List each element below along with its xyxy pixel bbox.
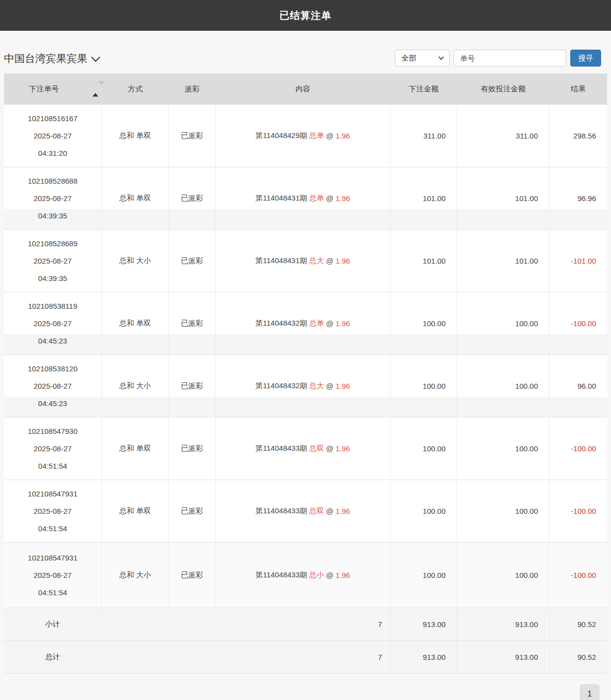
pagination: 1 [0, 684, 611, 700]
bet-content: 第114048433期 总小 @ 1.96 [216, 543, 390, 608]
valid-bet-amount: 100.00 [457, 292, 549, 354]
subtotal-result: 90.52 [549, 608, 607, 640]
bet-order-cell: 102108516167 2025-08-27 04:31:20 [4, 105, 102, 167]
search-controls: 全部 搜寻 [395, 50, 601, 67]
odds-value: 1.96 [336, 132, 350, 140]
filter-select[interactable]: 全部 [395, 50, 450, 67]
bet-order-number: 102108538120 [28, 363, 77, 374]
bet-amount: 311.00 [390, 105, 457, 167]
odds-value: 1.96 [336, 194, 350, 203]
odds-separator: @ [326, 257, 333, 265]
bet-order-number: 102108547930 [28, 426, 77, 436]
bet-type: 总双 [309, 444, 324, 453]
bet-result: -100.00 [549, 480, 607, 542]
bet-order-number: 102108528688 [28, 176, 77, 186]
table-row: 102108528689 2025-08-27 04:39:35 总和 大小 已… [4, 229, 607, 292]
table-row: 102108538119 2025-08-27 04:45:23 总和 单双 已… [4, 292, 607, 354]
odds-separator: @ [326, 507, 333, 515]
odds-value: 1.96 [336, 257, 350, 265]
draw-period: 第114048429期 [255, 131, 307, 140]
bet-type: 总双 [309, 506, 324, 516]
bet-content: 第114048431期 总大 @ 1.96 [216, 230, 390, 292]
bet-order-cell: 102108538119 2025-08-27 04:45:23 [4, 292, 102, 354]
header-result: 结果 [549, 73, 607, 104]
bet-type: 总单 [309, 194, 324, 203]
sort-desc-icon [98, 81, 104, 93]
bet-amount: 101.00 [390, 167, 457, 229]
bet-time: 04:45:23 [38, 336, 67, 346]
sort-asc-icon [92, 85, 98, 97]
bet-method: 总和 大小 [102, 355, 169, 417]
bet-order-number: 102108516167 [28, 113, 77, 124]
subtotal-label: 小计 [4, 608, 102, 640]
subtotal-count: 7 [102, 608, 390, 640]
table-row: 102108538120 2025-08-27 04:45:23 总和 大小 已… [4, 354, 607, 417]
draw-period: 第114048432期 [255, 381, 307, 391]
bet-amount: 100.00 [390, 355, 457, 417]
page-button-1[interactable]: 1 [580, 684, 600, 700]
payout-status: 已派彩 [169, 105, 216, 167]
draw-period: 第114048432期 [255, 319, 307, 328]
total-label: 总计 [4, 641, 102, 673]
valid-bet-amount: 100.00 [457, 480, 549, 542]
subtotal-bet-amount: 913.00 [390, 608, 457, 640]
table-row: 102108528688 2025-08-27 04:39:35 总和 单双 已… [4, 167, 607, 229]
bet-date: 2025-08-27 [34, 256, 72, 266]
toolbar: 中国台湾宾果宾果 全部 搜寻 [0, 31, 611, 73]
bet-time: 04:51:54 [38, 587, 67, 598]
bet-method: 总和 大小 [102, 230, 169, 292]
odds-value: 1.96 [336, 382, 350, 390]
page: 已结算注单 中国台湾宾果宾果 全部 搜寻 下注单号 方式 [0, 0, 611, 700]
bet-result: -100.00 [549, 418, 607, 480]
subtotal-valid-amount: 913.00 [457, 608, 549, 640]
subtotal-row: 小计 7 913.00 913.00 90.52 [4, 608, 607, 640]
bet-content: 第114048432期 总单 @ 1.96 [216, 292, 390, 354]
odds-separator: @ [326, 444, 333, 453]
bet-amount: 100.00 [390, 418, 457, 480]
bet-order-cell: 102108528688 2025-08-27 04:39:35 [4, 167, 102, 229]
odds-value: 1.96 [336, 319, 350, 328]
bet-order-cell: 102108547931 2025-08-27 04:51:54 [4, 480, 102, 542]
payout-status: 已派彩 [169, 418, 216, 480]
bet-result: -100.00 [549, 292, 607, 354]
table-body: 102108516167 2025-08-27 04:31:20 总和 单双 已… [4, 104, 607, 608]
draw-period: 第114048433期 [255, 506, 307, 516]
bet-order-cell: 102108538120 2025-08-27 04:45:23 [4, 355, 102, 417]
odds-value: 1.96 [336, 444, 350, 453]
bet-time: 04:51:54 [38, 461, 67, 471]
bet-order-number: 102108547931 [28, 489, 77, 499]
bet-type: 总大 [309, 256, 324, 266]
bet-order-number: 102108547931 [28, 553, 77, 563]
game-selector[interactable]: 中国台湾宾果宾果 [4, 52, 99, 67]
valid-bet-amount: 101.00 [457, 167, 549, 229]
odds-separator: @ [326, 319, 333, 328]
payout-status: 已派彩 [169, 167, 216, 229]
table-row: 102108516167 2025-08-27 04:31:20 总和 单双 已… [4, 104, 607, 167]
table-header-row: 下注单号 方式 派彩 内容 下注金额 有效投注金额 结果 [4, 73, 607, 104]
bet-time: 04:39:35 [38, 210, 67, 221]
bet-order-cell: 102108547931 2025-08-27 04:51:54 [4, 543, 102, 608]
total-result: 90.52 [549, 641, 607, 673]
draw-period: 第114048433期 [255, 444, 307, 453]
valid-bet-amount: 101.00 [457, 230, 549, 292]
total-count: 7 [102, 641, 390, 673]
bet-amount: 100.00 [390, 543, 457, 608]
odds-separator: @ [326, 132, 333, 140]
bet-time: 04:31:20 [38, 148, 67, 158]
valid-bet-amount: 100.00 [457, 418, 549, 480]
bet-order-number: 102108528689 [28, 238, 77, 249]
payout-status: 已派彩 [169, 543, 216, 608]
draw-period: 第114048431期 [255, 194, 307, 203]
order-number-input[interactable] [454, 50, 566, 67]
filter-selected-value: 全部 [401, 54, 416, 63]
valid-bet-amount: 311.00 [457, 105, 549, 167]
sort-icon[interactable] [92, 85, 98, 93]
header-bet-order-number[interactable]: 下注单号 [4, 73, 102, 104]
chevron-down-icon [91, 53, 100, 62]
game-name: 中国台湾宾果宾果 [4, 52, 87, 66]
draw-period: 第114048431期 [255, 256, 307, 266]
search-button[interactable]: 搜寻 [570, 50, 601, 67]
title-bar: 已结算注单 [0, 0, 611, 31]
bet-result: -101.00 [549, 230, 607, 292]
bet-type: 总小 [309, 570, 324, 580]
